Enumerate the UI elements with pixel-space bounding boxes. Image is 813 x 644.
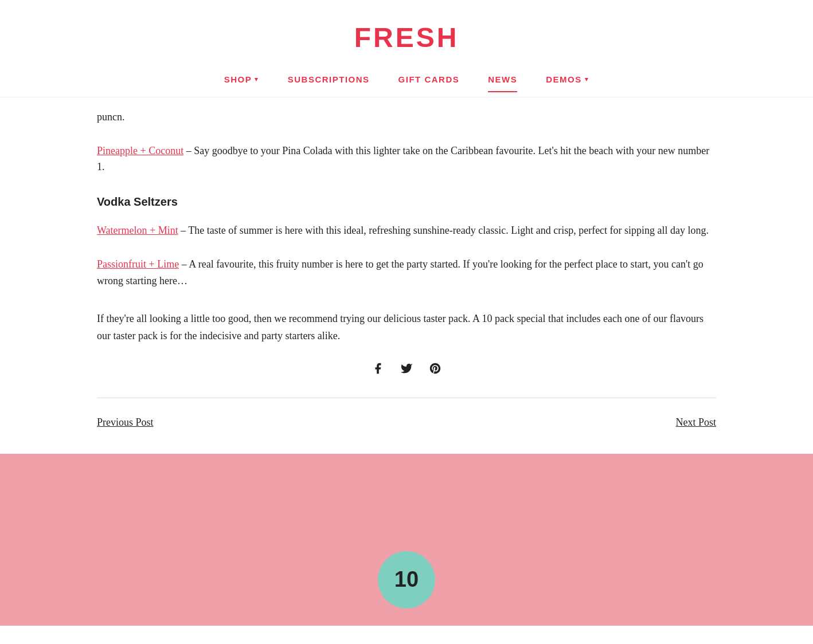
main-content: puncn. Pineapple + Coconut – Say goodbye… [74,97,739,454]
facebook-icon[interactable] [372,362,384,375]
watermelon-mint-link[interactable]: Watermelon + Mint [97,225,178,236]
nav-item-shop[interactable]: SHOP ▾ [224,73,259,91]
previous-post-link[interactable]: Previous Post [97,414,154,431]
pinterest-icon[interactable] [429,362,441,375]
passionfruit-lime-link[interactable]: Passionfruit + Lime [97,258,179,270]
watermelon-mint-block: Watermelon + Mint – The taste of summer … [97,222,716,239]
site-logo[interactable]: FRESH [0,16,813,60]
pink-footer-section: 10 [0,454,813,626]
pineapple-coconut-block: Pineapple + Coconut – Say goodbye to you… [97,143,716,176]
passionfruit-lime-desc: – A real favourite, this fruity number i… [97,258,703,286]
nav-item-gift-cards[interactable]: GIFT CARDS [398,73,460,91]
vodka-seltzers-heading: Vodka Seltzers [97,193,716,211]
site-header: FRESH SHOP ▾ SUBSCRIPTIONS GIFT CARDS NE… [0,0,813,97]
pineapple-coconut-desc: – Say goodbye to your Pina Colada with t… [97,145,709,173]
nav-item-demos[interactable]: DEMOS ▾ [546,73,589,91]
intro-text: puncn. [97,109,716,125]
pineapple-coconut-link[interactable]: Pineapple + Coconut [97,145,183,156]
taster-badge: 10 [378,551,435,608]
post-navigation: Previous Post Next Post [97,398,716,431]
chevron-down-icon: ▾ [585,74,589,85]
next-post-link[interactable]: Next Post [675,414,716,431]
twitter-icon[interactable] [400,362,413,375]
passionfruit-lime-block: Passionfruit + Lime – A real favourite, … [97,256,716,289]
nav-item-news[interactable]: NEWS [488,73,517,91]
site-nav: SHOP ▾ SUBSCRIPTIONS GIFT CARDS NEWS DEM… [0,60,813,91]
social-share [97,362,716,375]
chevron-down-icon: ▾ [255,74,259,85]
nav-item-subscriptions[interactable]: SUBSCRIPTIONS [288,73,370,91]
watermelon-mint-desc: – The taste of summer is here with this … [178,225,709,236]
closing-text: If they're all looking a little too good… [97,310,716,345]
